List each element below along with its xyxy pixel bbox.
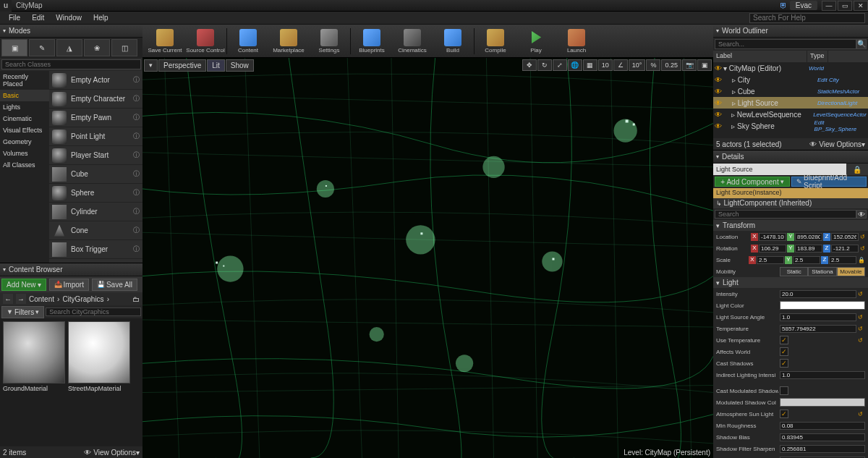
item-empty-pawn[interactable]: Empty Pawnⓘ <box>49 109 142 127</box>
build-button[interactable]: Build <box>433 26 472 56</box>
nav-fwd-icon[interactable]: → <box>16 294 26 304</box>
search-icon[interactable]: 🔍 <box>856 39 867 49</box>
outliner-row[interactable]: 👁▹ Sky SphereEdit BP_Sky_Sphere <box>713 120 868 132</box>
outliner-row[interactable]: 👁▾ CityMap (Editor)World <box>713 62 868 74</box>
maximize-viewport-icon[interactable]: ▣ <box>697 59 712 71</box>
loc-x[interactable] <box>759 233 786 241</box>
search-classes-input[interactable] <box>1 59 141 69</box>
temperature-input[interactable] <box>780 325 856 333</box>
cat-lights[interactable]: Lights <box>0 101 49 113</box>
scl-z[interactable] <box>829 256 856 264</box>
cat-vfx[interactable]: Visual Effects <box>0 124 49 136</box>
paint-mode-icon[interactable]: ✎ <box>29 39 55 56</box>
project-name[interactable]: Evac <box>790 1 817 10</box>
search-assets-input[interactable] <box>46 308 141 316</box>
affects-world-checkbox[interactable] <box>780 347 788 356</box>
scale-snap-value[interactable]: 0.25 <box>661 59 681 71</box>
component-instance[interactable]: Light Source(Instance) <box>713 188 868 198</box>
camera-speed-icon[interactable]: 📷 <box>682 59 697 71</box>
coord-space-icon[interactable]: 🌐 <box>568 59 582 71</box>
use-temp-checkbox[interactable] <box>780 336 788 344</box>
item-sphere[interactable]: Sphereⓘ <box>49 184 142 203</box>
scl-y[interactable] <box>793 256 820 264</box>
minimize-button[interactable]: — <box>822 1 836 11</box>
path-folder[interactable]: CityGraphics <box>62 295 103 303</box>
outliner-search-input[interactable] <box>715 39 856 49</box>
content-button[interactable]: Content <box>229 26 268 56</box>
nav-back-icon[interactable]: ← <box>3 294 13 304</box>
item-player-start[interactable]: Player Startⓘ <box>49 146 142 165</box>
viewport[interactable]: ▾ Perspective Lit Show ✥ ↻ ⤢ 🌐 ▦ 10 ∠ 10… <box>142 58 713 458</box>
blueprints-button[interactable]: Blueprints <box>352 26 391 56</box>
settings-button[interactable]: Settings <box>310 26 349 56</box>
cat-geometry[interactable]: Geometry <box>0 136 49 148</box>
mod-color-swatch[interactable] <box>780 398 865 407</box>
filter-sharpen-input[interactable] <box>780 445 865 453</box>
cat-volumes[interactable]: Volumes <box>0 148 49 159</box>
cat-recent[interactable]: Recently Placed <box>0 71 49 90</box>
shadow-bias-input[interactable] <box>780 433 865 441</box>
transform-rotate-icon[interactable]: ↻ <box>537 59 552 71</box>
view-options-button[interactable]: 👁 View Options▾ <box>84 449 140 457</box>
item-empty-actor[interactable]: Empty Actorⓘ <box>49 71 142 90</box>
cast-shadows-checkbox[interactable] <box>780 359 788 368</box>
cast-mod-checkbox[interactable] <box>780 386 788 395</box>
item-cube[interactable]: Cubeⓘ <box>49 165 142 184</box>
search-help-input[interactable] <box>749 13 865 23</box>
foliage-mode-icon[interactable]: ❀ <box>84 39 110 56</box>
loc-y[interactable] <box>795 233 822 241</box>
transform-scale-icon[interactable]: ⤢ <box>553 59 567 71</box>
details-search-input[interactable] <box>715 210 856 219</box>
outliner-row[interactable]: 👁▹ CubeStaticMeshActor <box>713 85 868 97</box>
path-content[interactable]: Content <box>29 295 54 303</box>
atmo-checkbox[interactable] <box>780 410 788 418</box>
play-button[interactable]: Play <box>516 26 556 56</box>
col-label[interactable]: Label <box>713 51 807 62</box>
angle-snap-value[interactable]: 10° <box>629 59 646 71</box>
rot-z[interactable] <box>831 245 859 253</box>
folder-tree-icon[interactable]: 🗀 <box>132 295 140 303</box>
section-light[interactable]: ▾ Light <box>713 277 868 288</box>
import-button[interactable]: 📥 Import <box>49 279 89 291</box>
loc-z[interactable] <box>831 233 859 241</box>
source-control-button[interactable]: Source Control <box>186 26 225 56</box>
outliner-row[interactable]: 👁▹ NewLevelSequenceLevelSequenceActor <box>713 109 868 120</box>
grid-snap-value[interactable]: 10 <box>598 59 613 71</box>
asset-streetmap-material[interactable]: StreetMapMaterial <box>68 321 130 394</box>
perspective-button[interactable]: Perspective <box>158 59 206 72</box>
launch-button[interactable]: Launch <box>557 26 596 56</box>
details-options-icon[interactable]: 👁 <box>856 210 867 219</box>
save-all-button[interactable]: 💾 Save All <box>92 279 137 291</box>
rot-x[interactable] <box>759 245 786 253</box>
menu-help[interactable]: Help <box>88 14 114 22</box>
intensity-input[interactable] <box>780 290 856 298</box>
cat-cinematic[interactable]: Cinematic <box>0 113 49 124</box>
scale-snap-icon[interactable]: % <box>646 59 660 71</box>
item-box-trigger[interactable]: Box Triggerⓘ <box>49 240 142 259</box>
component-inherited[interactable]: ↳ LightComponent (Inherited) <box>713 198 868 208</box>
maximize-button[interactable]: ▭ <box>838 1 852 11</box>
place-mode-icon[interactable]: ▣ <box>1 39 27 56</box>
compile-button[interactable]: Compile <box>476 26 515 56</box>
light-color-swatch[interactable] <box>780 301 865 310</box>
asset-ground-material[interactable]: GroundMaterial <box>3 321 65 394</box>
section-transform[interactable]: ▾ Transform <box>713 220 868 231</box>
min-rough-input[interactable] <box>780 422 865 430</box>
surface-snap-icon[interactable]: ▦ <box>583 59 597 71</box>
marketplace-button[interactable]: Marketplace <box>269 26 308 56</box>
landscape-mode-icon[interactable]: ◮ <box>56 39 82 56</box>
blueprint-button[interactable]: ✎ Blueprint/Add Script <box>791 177 867 187</box>
menu-window[interactable]: Window <box>50 14 88 22</box>
rot-y[interactable] <box>795 245 822 253</box>
geometry-mode-icon[interactable]: ◫ <box>111 39 137 56</box>
item-empty-character[interactable]: Empty Characterⓘ <box>49 90 142 109</box>
cinematics-button[interactable]: Cinematics <box>393 26 432 56</box>
item-cylinder[interactable]: Cylinderⓘ <box>49 203 142 221</box>
col-type[interactable]: Type <box>807 51 828 62</box>
add-new-button[interactable]: Add New▾ <box>1 279 46 291</box>
angle-snap-icon[interactable]: ∠ <box>613 59 628 71</box>
menu-edit[interactable]: Edit <box>26 14 50 22</box>
outliner-view-options[interactable]: 👁 View Options▾ <box>809 140 865 148</box>
lit-button[interactable]: Lit <box>207 59 225 72</box>
viewport-menu-icon[interactable]: ▾ <box>144 59 158 72</box>
